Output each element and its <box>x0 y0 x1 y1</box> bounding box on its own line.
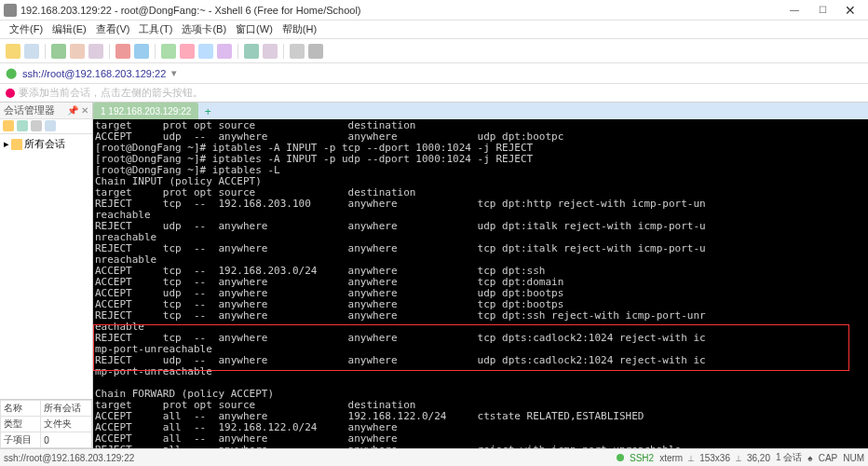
sidebar-pin-icon[interactable]: 📌 ✕ <box>67 105 88 116</box>
font-icon[interactable] <box>244 44 259 59</box>
menu-file[interactable]: 文件(F) <box>6 22 47 36</box>
open-icon[interactable] <box>24 44 39 59</box>
status-term: xterm <box>659 453 683 463</box>
menu-option[interactable]: 选项卡(B) <box>178 22 230 36</box>
status-left: ssh://root@192.168.203.129:22 <box>4 453 617 463</box>
prop-hdr-name: 名称 <box>1 401 41 417</box>
status-pos: 36,20 <box>747 453 770 463</box>
sidebar-header: 会话管理器 📌 ✕ <box>0 103 92 119</box>
addr-bullet-icon: ⬤ <box>6 67 17 79</box>
app-icon <box>4 4 17 17</box>
properties-icon[interactable] <box>180 44 195 59</box>
properties-table: 名称所有会话 类型文件夹 子项目0 <box>0 399 92 448</box>
prop-type-val: 文件夹 <box>41 417 92 432</box>
color-icon[interactable] <box>263 44 278 59</box>
menu-tools[interactable]: 工具(T) <box>135 22 176 36</box>
zmodem-icon[interactable] <box>217 44 232 59</box>
address-text[interactable]: ssh://root@192.168.203.129:22 <box>22 68 166 79</box>
prop-type-key: 类型 <box>1 417 41 432</box>
sidebar-new-icon[interactable] <box>3 120 14 131</box>
window-title: 192.168.203.129:22 - root@DongFang:~ - X… <box>20 5 780 16</box>
status-connected-icon <box>617 454 624 461</box>
terminal-panel: 1 192.168.203.129:22 + target prot opt s… <box>93 103 868 448</box>
prop-child-key: 子项目 <box>1 432 41 448</box>
window-buttons: — ☐ ✕ <box>780 1 864 20</box>
menubar: 文件(F) 编辑(E) 查看(V) 工具(T) 选项卡(B) 窗口(W) 帮助(… <box>0 21 868 39</box>
address-bar: ⬤ ssh://root@192.168.203.129:22 ▾ <box>0 63 868 84</box>
sidebar-title: 会话管理器 <box>4 103 55 117</box>
status-ssh: SSH2 <box>630 453 654 463</box>
folder-icon <box>11 139 22 150</box>
sidebar-item-all-sessions[interactable]: ▸ 所有会话 <box>4 136 88 152</box>
address-dropdown-icon[interactable]: ▾ <box>171 67 177 79</box>
sidebar-tree[interactable]: ▸ 所有会话 <box>0 134 92 399</box>
status-pos-icon: ⟂ <box>736 453 741 463</box>
find-icon[interactable] <box>161 44 176 59</box>
sidebar-folder-icon[interactable] <box>17 120 28 131</box>
menu-view[interactable]: 查看(V) <box>92 22 134 36</box>
hint-text: 要添加当前会话，点击左侧的箭头按钮。 <box>19 86 203 100</box>
copy-icon[interactable] <box>115 44 130 59</box>
close-button[interactable]: ✕ <box>836 1 864 20</box>
sidebar-toolbar <box>0 119 92 134</box>
paste-icon[interactable] <box>134 44 149 59</box>
status-bar: ssh://root@192.168.203.129:22 SSH2 xterm… <box>0 448 868 466</box>
status-cap: CAP <box>819 453 838 463</box>
tab-bar: 1 192.168.203.129:22 + <box>93 103 868 119</box>
toolbar <box>0 39 868 63</box>
tree-expand-icon[interactable]: ▸ <box>4 138 9 150</box>
menu-window[interactable]: 窗口(W) <box>232 22 277 36</box>
prop-hdr-val: 所有会话 <box>41 401 92 417</box>
tab-add-button[interactable]: + <box>200 104 215 119</box>
minimize-button[interactable]: — <box>780 1 808 20</box>
tab-label: 1 192.168.203.129:22 <box>101 106 191 116</box>
session-manager-panel: 会话管理器 📌 ✕ ▸ 所有会话 名称所有会话 类型文件夹 子项目0 <box>0 103 93 448</box>
disconnect-icon[interactable] <box>70 44 85 59</box>
connect-icon[interactable] <box>51 44 66 59</box>
status-sess: 1 会话 <box>776 451 802 464</box>
highlight-box <box>93 324 849 371</box>
new-session-icon[interactable] <box>6 44 20 59</box>
tree-item-label: 所有会话 <box>24 137 65 151</box>
status-cap-icon: ♠ <box>807 453 812 463</box>
status-num: NUM <box>843 453 864 463</box>
help-icon[interactable] <box>308 44 323 59</box>
maximize-button[interactable]: ☐ <box>808 1 836 20</box>
tab-session[interactable]: 1 192.168.203.129:22 <box>93 103 198 119</box>
settings-icon[interactable] <box>290 44 305 59</box>
sidebar-refresh-icon[interactable] <box>45 120 56 131</box>
status-size: 153x36 <box>699 453 730 463</box>
prop-child-val: 0 <box>41 432 92 448</box>
titlebar: 192.168.203.129:22 - root@DongFang:~ - X… <box>0 0 868 21</box>
hint-icon <box>6 89 15 98</box>
status-size-icon: ⟂ <box>688 453 694 463</box>
menu-edit[interactable]: 编辑(E) <box>48 22 90 36</box>
terminal-output[interactable]: target prot opt source destination ACCEP… <box>93 119 868 448</box>
reconnect-icon[interactable] <box>88 44 103 59</box>
hint-bar: 要添加当前会话，点击左侧的箭头按钮。 <box>0 84 868 103</box>
tunneling-icon[interactable] <box>198 44 213 59</box>
sidebar-delete-icon[interactable] <box>31 120 42 131</box>
menu-help[interactable]: 帮助(H) <box>278 22 320 36</box>
